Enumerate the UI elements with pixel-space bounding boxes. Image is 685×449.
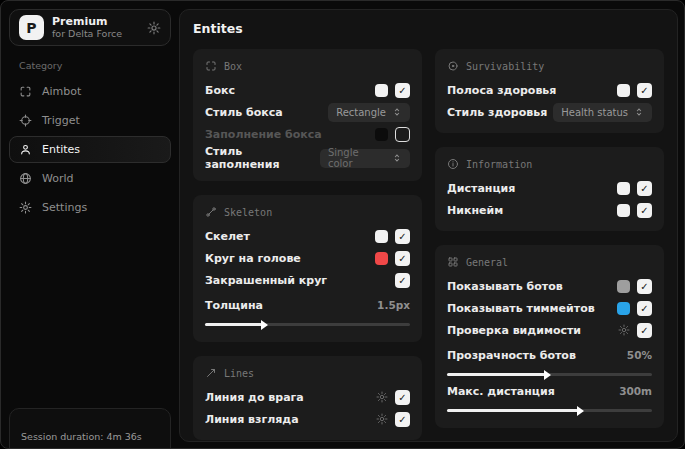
check-icon: ✓: [640, 303, 648, 314]
setting-label: Полоса здоровья: [447, 84, 556, 97]
check-icon: ✓: [640, 205, 648, 216]
setting-label: Заполнение бокса: [205, 128, 322, 141]
sidebar-item-aimbot[interactable]: Aimbot: [9, 78, 171, 105]
sidebar: P Premium for Delta Force Category: [1, 1, 179, 448]
slider-value: 300m: [619, 385, 652, 397]
card-survivability: Survivability Полоса здоровья ✓ Стиль зд…: [435, 49, 664, 133]
slider-thumb[interactable]: [261, 320, 268, 330]
session-card: Session duration: 4m 36s: [9, 408, 171, 449]
thickness-slider[interactable]: [205, 323, 410, 326]
settings-gear-icon[interactable]: [147, 21, 161, 35]
slider-value: 1.5px: [377, 299, 410, 311]
card-general-header: General: [447, 256, 652, 268]
box-style-select[interactable]: Rectangle: [328, 103, 410, 122]
sidebar-item-world[interactable]: World: [9, 165, 171, 192]
setting-row: Проверка видимости ✓: [447, 319, 652, 341]
row-settings-gear-icon[interactable]: [618, 324, 630, 336]
setting-row: Стиль заполнения Single color: [205, 145, 410, 171]
bone-icon: [205, 206, 217, 218]
color-swatch[interactable]: [375, 230, 388, 243]
sidebar-item-trigget[interactable]: Trigget: [9, 107, 171, 134]
card-lines-header: Lines: [205, 367, 410, 379]
setting-row: Скелет ✓: [205, 225, 410, 247]
check-icon: ✓: [398, 253, 406, 264]
sidebar-item-label: Aimbot: [42, 85, 81, 98]
app-window: P Premium for Delta Force Category: [0, 0, 685, 449]
check-icon: ✓: [398, 414, 406, 425]
thickness-slider-group: Толщина 1.5px: [205, 296, 410, 326]
checkbox[interactable]: ✓: [637, 279, 652, 294]
checkbox[interactable]: ✓: [395, 127, 410, 142]
app-subtitle: for Delta Force: [52, 28, 122, 40]
setting-row: Дистанция ✓: [447, 177, 652, 199]
setting-row: Круг на голове ✓: [205, 247, 410, 269]
slider-thumb[interactable]: [577, 406, 584, 416]
color-swatch[interactable]: [375, 252, 388, 265]
checkbox[interactable]: ✓: [395, 273, 410, 288]
setting-row: Закрашенный круг ✓: [205, 269, 410, 291]
sidebar-item-label: World: [42, 172, 74, 185]
sidebar-item-label: Trigget: [42, 114, 80, 127]
slider-thumb[interactable]: [544, 370, 551, 380]
bot-transparency-slider-group: Прозрачность ботов 50%: [447, 346, 652, 376]
health-icon: [447, 60, 459, 72]
check-icon: ✓: [398, 231, 406, 242]
setting-label: Скелет: [205, 230, 250, 243]
trigger-icon: [19, 114, 32, 127]
card-general: General Показывать ботов ✓ Показывать ти…: [435, 245, 664, 428]
health-style-select[interactable]: Health status: [553, 103, 652, 122]
box-icon: [205, 60, 217, 72]
color-swatch[interactable]: [375, 128, 388, 141]
line-icon: [205, 367, 217, 379]
entities-icon: [19, 143, 32, 156]
row-settings-gear-icon[interactable]: [376, 391, 388, 403]
checkbox[interactable]: ✓: [637, 83, 652, 98]
color-swatch[interactable]: [375, 84, 388, 97]
sidebar-item-settings[interactable]: Settings: [9, 194, 171, 221]
color-swatch[interactable]: [617, 302, 630, 315]
color-swatch[interactable]: [617, 84, 630, 97]
check-icon: ✓: [398, 85, 406, 96]
checkbox[interactable]: ✓: [637, 181, 652, 196]
setting-label: Круг на голове: [205, 252, 301, 265]
setting-row: Бокс ✓: [205, 79, 410, 101]
checkbox[interactable]: ✓: [637, 203, 652, 218]
main-panel: Entites Box Бокс: [179, 9, 678, 442]
card-box-header: Box: [205, 60, 410, 72]
check-icon: ✓: [640, 281, 648, 292]
setting-row: Никнейм ✓: [447, 199, 652, 221]
sidebar-item-label: Settings: [42, 201, 87, 214]
setting-row: Стиль здоровья Health status: [447, 101, 652, 123]
color-swatch[interactable]: [617, 204, 630, 217]
setting-label: Никнейм: [447, 204, 503, 217]
checkbox[interactable]: ✓: [395, 390, 410, 405]
setting-row: Показывать ботов ✓: [447, 275, 652, 297]
app-title: Premium: [52, 15, 122, 29]
sidebar-item-entites[interactable]: Entites: [9, 136, 171, 163]
setting-label: Бокс: [205, 84, 235, 97]
grid-icon: [447, 256, 459, 268]
card-lines: Lines Линия до врага ✓: [193, 356, 422, 440]
setting-label: Закрашенный круг: [205, 274, 327, 287]
color-swatch[interactable]: [617, 182, 630, 195]
row-settings-gear-icon[interactable]: [376, 413, 388, 425]
card-box: Box Бокс ✓ Стиль бокса Rectangle: [193, 49, 422, 181]
fill-style-select[interactable]: Single color: [320, 149, 410, 168]
checkbox[interactable]: ✓: [637, 301, 652, 316]
check-icon: ✓: [640, 325, 648, 336]
checkbox[interactable]: ✓: [395, 83, 410, 98]
bot-transparency-slider[interactable]: [447, 373, 652, 376]
gear-icon: [19, 201, 32, 214]
max-distance-slider[interactable]: [447, 409, 652, 412]
check-icon: ✓: [398, 275, 406, 286]
setting-row: Линия взгляда ✓: [205, 408, 410, 430]
checkbox[interactable]: ✓: [395, 229, 410, 244]
info-icon: [447, 158, 459, 170]
setting-label: Показывать тиммейтов: [447, 302, 595, 315]
checkbox[interactable]: ✓: [395, 412, 410, 427]
color-swatch[interactable]: [617, 280, 630, 293]
checkbox[interactable]: ✓: [395, 251, 410, 266]
setting-label: Макс. дистанция: [447, 385, 555, 398]
card-skeleton-header: Skeleton: [205, 206, 410, 218]
checkbox[interactable]: ✓: [637, 323, 652, 338]
